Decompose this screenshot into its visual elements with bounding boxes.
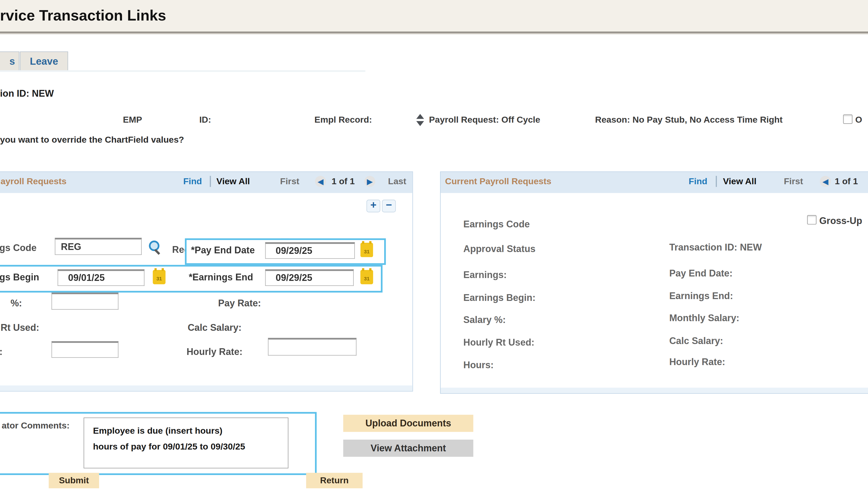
tab-leave-label: Leave <box>30 56 58 67</box>
row-label: Earnings: <box>463 270 507 281</box>
hourly-rate-label: Hourly Rate: <box>186 347 242 358</box>
emp-label: EMP <box>123 115 142 125</box>
nav-divider <box>210 176 211 187</box>
calendar-icon[interactable]: 31 <box>360 243 373 257</box>
first-link[interactable]: First <box>784 176 803 186</box>
row-label: Hours: <box>463 360 494 371</box>
row-value: Transaction ID: NEW <box>669 242 762 253</box>
view-attachment-button[interactable]: View Attachment <box>343 440 473 457</box>
row-value: Earnings End: <box>669 291 733 302</box>
row-value: Hourly Rate: <box>669 357 725 368</box>
top-header-band: rvice Transaction Links <box>0 0 868 33</box>
earnings-code-label: gs Code <box>0 243 37 254</box>
panel-footer <box>0 385 412 391</box>
upload-documents-button[interactable]: Upload Documents <box>343 415 473 432</box>
row-label: Salary %: <box>463 315 506 326</box>
gross-up-label: Gross-Up <box>819 216 862 227</box>
salary-pct-input[interactable] <box>51 293 119 310</box>
row-label: Earnings Begin: <box>463 293 535 304</box>
row-label: Approval Status <box>463 244 535 255</box>
tab-leave[interactable]: Leave <box>20 51 68 71</box>
chartfield-question: you want to override the ChartField valu… <box>0 135 184 145</box>
find-link[interactable]: Find <box>689 176 707 186</box>
earnings-begin-label: gs Begin <box>0 272 39 283</box>
nav-divider <box>716 176 717 187</box>
salary-pct-label: %: <box>11 298 22 309</box>
empl-record-label: Empl Record: <box>314 115 372 125</box>
hours-label: : <box>0 347 3 358</box>
prev-page-icon[interactable] <box>820 176 831 187</box>
next-page-icon[interactable] <box>364 176 375 187</box>
id-label: ID: <box>199 115 211 125</box>
tab-partial[interactable]: s <box>0 51 19 71</box>
calendar-icon[interactable]: 31 <box>360 270 373 284</box>
transaction-id-line: ion ID: NEW <box>0 89 54 100</box>
gross-up-checkbox[interactable] <box>807 215 817 224</box>
lookup-magnifier-icon[interactable] <box>149 241 159 251</box>
panel-footer <box>441 388 868 393</box>
sort-diamond-icon[interactable] <box>416 114 424 126</box>
hours-input[interactable] <box>51 341 119 358</box>
tab-partial-label: s <box>10 56 15 67</box>
earnings-begin-input[interactable] <box>58 269 144 286</box>
find-link[interactable]: Find <box>183 176 202 186</box>
current-payroll-requests-panel: Current Payroll Requests Find View All F… <box>440 171 868 394</box>
override-checkbox[interactable] <box>843 115 852 124</box>
payroll-requests-title: ayroll Requests <box>1 176 67 186</box>
row-label: Earnings Code <box>463 219 529 230</box>
hourly-rt-used-label: Rt Used: <box>1 323 39 334</box>
view-all-link[interactable]: View All <box>723 176 756 186</box>
last-link[interactable]: Last <box>388 176 406 186</box>
earnings-end-label: *Earnings End <box>189 272 253 283</box>
row-label: Hourly Rt Used: <box>463 337 534 348</box>
remove-row-button[interactable]: − <box>382 200 396 212</box>
pay-end-date-input[interactable] <box>265 242 355 259</box>
payroll-requests-panel-header: ayroll Requests Find View All First 1 of… <box>0 172 412 193</box>
prev-page-icon[interactable] <box>315 176 326 187</box>
current-payroll-requests-title: Current Payroll Requests <box>445 176 552 186</box>
submit-button[interactable]: Submit <box>49 473 99 489</box>
override-partial-label: O <box>855 115 862 125</box>
reason-label: Reason: No Pay Stub, No Access Time Righ… <box>595 115 783 125</box>
earnings-end-input[interactable] <box>265 269 354 286</box>
row-value: Calc Salary: <box>669 336 723 347</box>
hourly-rate-input[interactable] <box>268 338 357 356</box>
comments-label: ator Comments: <box>2 421 69 431</box>
comments-textarea[interactable]: Employee is due (insert hours) hours of … <box>83 417 288 468</box>
add-row-button[interactable]: + <box>366 200 380 212</box>
tab-shelf <box>0 70 365 72</box>
return-button[interactable]: Return <box>306 473 363 489</box>
row-value: Pay End Date: <box>669 268 733 279</box>
page-indicator: 1 of 1 <box>835 176 858 186</box>
payroll-request-label: Payroll Request: Off Cycle <box>429 115 540 125</box>
calc-salary-label: Calc Salary: <box>187 323 241 334</box>
first-link[interactable]: First <box>280 176 299 186</box>
earnings-code-input[interactable] <box>55 238 142 255</box>
current-payroll-requests-panel-header: Current Payroll Requests Find View All F… <box>441 172 868 193</box>
pay-end-date-label: *Pay End Date <box>191 245 255 256</box>
page-title: rvice Transaction Links <box>0 7 166 24</box>
row-value: Monthly Salary: <box>669 313 739 324</box>
view-all-link[interactable]: View All <box>216 176 250 186</box>
calendar-icon[interactable]: 31 <box>153 270 165 284</box>
comments-highlight-box: ator Comments: Employee is due (insert h… <box>0 412 316 475</box>
page-indicator: 1 of 1 <box>332 176 355 186</box>
payroll-requests-panel: ayroll Requests Find View All First 1 of… <box>0 171 413 392</box>
page: rvice Transaction Links s Leave ion ID: … <box>0 0 868 495</box>
pay-rate-label: Pay Rate: <box>218 298 261 309</box>
